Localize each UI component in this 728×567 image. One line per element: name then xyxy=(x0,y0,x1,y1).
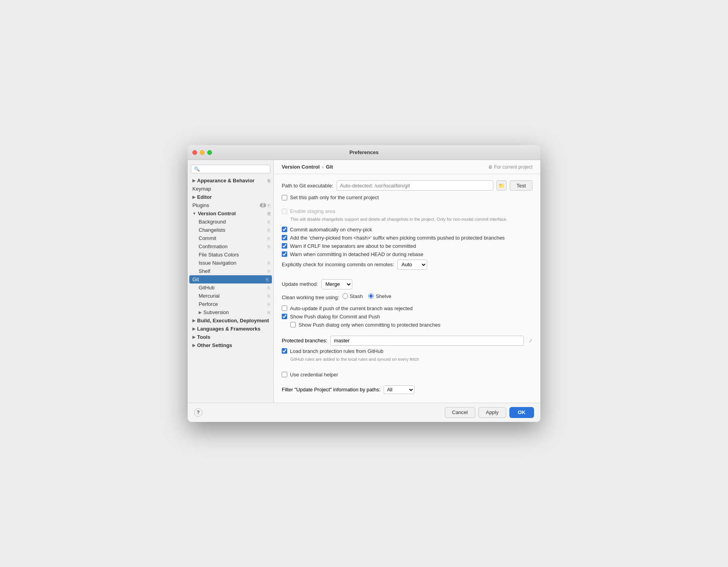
test-button[interactable]: Test xyxy=(510,180,532,191)
check-incoming-select[interactable]: Auto Always Never xyxy=(397,260,427,270)
breadcrumb-current: Git xyxy=(326,164,333,170)
protected-branches-label: Protected branches: xyxy=(282,338,327,343)
enable-staging-checkbox[interactable] xyxy=(282,209,287,214)
chevron-right-icon: ▶ xyxy=(192,318,196,323)
add-suffix-checkbox[interactable] xyxy=(282,235,287,240)
help-button[interactable]: ? xyxy=(194,408,203,417)
for-current-project: 🖥 For current project xyxy=(488,164,532,170)
chevron-right-icon: ▶ xyxy=(192,343,196,347)
minimize-button[interactable] xyxy=(200,150,205,155)
maximize-button[interactable] xyxy=(207,150,212,155)
copy-icon: ⎘ xyxy=(268,178,270,183)
traffic-lights xyxy=(192,150,212,155)
sidebar-item-plugins[interactable]: Plugins 2 ⎘ xyxy=(188,201,273,209)
sidebar-item-file-status-colors[interactable]: File Status Colors xyxy=(188,251,273,259)
sidebar-item-issue-navigation[interactable]: Issue Navigation ⎘ xyxy=(188,259,273,267)
load-protection-label: Load branch protection rules from GitHub xyxy=(290,348,383,354)
load-protection-subtext: GitHub rules are added to the local rule… xyxy=(290,356,532,362)
load-protection-row: Load branch protection rules from GitHub xyxy=(282,348,532,354)
sidebar-item-keymap[interactable]: Keymap xyxy=(188,185,273,193)
bottom-bar: ? Cancel Apply OK xyxy=(188,403,540,422)
sidebar-item-perforce[interactable]: Perforce ⎘ xyxy=(188,300,273,308)
sidebar-item-label: GitHub xyxy=(199,285,214,291)
commit-cherry-pick-checkbox[interactable] xyxy=(282,227,287,232)
sidebar-item-appearance[interactable]: ▶ Appearance & Behavior ⎘ xyxy=(188,176,273,185)
sidebar-item-github[interactable]: GitHub ⎘ xyxy=(188,284,273,292)
update-method-row: Update method: Merge Rebase xyxy=(282,279,532,289)
copy-icon: ⎘ xyxy=(268,310,270,315)
preferences-window: Preferences 🔍 ▶ Appearance & Behavior ⎘ … xyxy=(188,145,540,422)
breadcrumb-separator: › xyxy=(322,164,324,170)
sidebar-item-languages[interactable]: ▶ Languages & Frameworks xyxy=(188,325,273,333)
sidebar-item-other-settings[interactable]: ▶ Other Settings xyxy=(188,341,273,349)
sidebar-item-label: Plugins xyxy=(192,202,209,208)
browse-button[interactable]: 📁 xyxy=(496,180,507,191)
panel-body: Path to Git executable: 📁 Test Set this … xyxy=(274,174,540,403)
auto-update-row: Auto-update if push of the current branc… xyxy=(282,305,532,311)
protected-branches-row: Protected branches: ⤢ xyxy=(282,336,532,346)
sidebar-item-label: Appearance & Behavior xyxy=(197,178,255,184)
sidebar-item-label: Version Control xyxy=(198,211,236,216)
sidebar-item-label: Languages & Frameworks xyxy=(197,326,261,332)
sidebar-item-git[interactable]: Git ⎘ xyxy=(189,275,272,284)
show-push-protected-checkbox[interactable] xyxy=(290,322,296,327)
sidebar-item-subversion[interactable]: ▶ Subversion ⎘ xyxy=(188,308,273,316)
sidebar-item-confirmation[interactable]: Confirmation ⎘ xyxy=(188,242,273,251)
sidebar-item-label: Changelists xyxy=(199,227,225,233)
copy-icon: ⎘ xyxy=(268,285,270,290)
sidebar-item-label: Subversion xyxy=(203,309,229,315)
sidebar-item-editor[interactable]: ▶ Editor xyxy=(188,193,273,201)
path-input[interactable] xyxy=(337,180,494,191)
sidebar-item-background[interactable]: Background ⎘ xyxy=(188,218,273,226)
update-method-select[interactable]: Merge Rebase xyxy=(321,279,352,289)
show-push-dialog-checkbox[interactable] xyxy=(282,314,287,319)
expand-icon[interactable]: ⤢ xyxy=(529,338,532,343)
sidebar-item-label: Other Settings xyxy=(197,342,232,348)
sidebar-item-shelf[interactable]: Shelf ⎘ xyxy=(188,267,273,275)
apply-button[interactable]: Apply xyxy=(478,407,506,418)
filter-select[interactable]: All Changed None xyxy=(384,385,415,394)
sidebar-item-label: Tools xyxy=(197,334,210,340)
use-credential-checkbox[interactable] xyxy=(282,372,287,377)
cancel-button[interactable]: Cancel xyxy=(445,407,475,418)
sidebar-item-label: Build, Execution, Deployment xyxy=(197,318,269,323)
close-button[interactable] xyxy=(192,150,197,155)
copy-icon: ⎘ xyxy=(268,203,270,208)
ok-button[interactable]: OK xyxy=(509,407,534,418)
plugins-badge: 2 xyxy=(260,203,266,207)
set-path-only-checkbox[interactable] xyxy=(282,195,287,200)
sidebar-item-changelists[interactable]: Changelists ⎘ xyxy=(188,226,273,234)
filter-label: Filter "Update Project" information by p… xyxy=(282,387,380,393)
enable-staging-label: Enable staging area xyxy=(290,208,335,214)
shelve-radio[interactable] xyxy=(368,293,374,299)
sidebar-item-mercurial[interactable]: Mercurial ⎘ xyxy=(188,292,273,300)
copy-icon: ⎘ xyxy=(268,211,270,216)
sidebar-item-label: Git xyxy=(192,276,199,282)
sidebar-item-tools[interactable]: ▶ Tools xyxy=(188,333,273,341)
chevron-right-icon: ▶ xyxy=(199,310,202,314)
search-box[interactable]: 🔍 xyxy=(191,165,270,173)
copy-icon: ⎘ xyxy=(268,261,270,265)
copy-icon: ⎘ xyxy=(268,269,270,274)
auto-update-checkbox[interactable] xyxy=(282,305,287,311)
stash-radio[interactable] xyxy=(342,293,348,299)
load-protection-checkbox[interactable] xyxy=(282,348,287,354)
sidebar-item-label: Commit xyxy=(199,235,216,241)
copy-icon: ⎘ xyxy=(268,302,270,307)
set-path-only-label: Set this path only for the current proje… xyxy=(290,194,379,200)
auto-update-label: Auto-update if push of the current branc… xyxy=(290,305,413,311)
for-current-project-label: For current project xyxy=(494,164,532,170)
shelve-label: Shelve xyxy=(376,293,391,299)
sidebar-item-commit[interactable]: Commit ⎘ xyxy=(188,234,273,242)
sidebar-item-version-control[interactable]: ▼ Version Control ⎘ xyxy=(188,209,273,218)
warn-crlf-checkbox[interactable] xyxy=(282,243,287,249)
warn-detached-checkbox[interactable] xyxy=(282,251,287,257)
sidebar-item-build[interactable]: ▶ Build, Execution, Deployment xyxy=(188,316,273,325)
stash-option: Stash xyxy=(342,293,363,299)
search-input[interactable] xyxy=(202,166,267,172)
clean-working-row: Clean working tree using: Stash Shelve xyxy=(282,293,532,302)
protected-branches-input[interactable] xyxy=(330,336,524,346)
commit-cherry-pick-row: Commit automatically on cherry-pick xyxy=(282,227,532,233)
show-push-dialog-row: Show Push dialog for Commit and Push xyxy=(282,314,532,320)
chevron-right-icon: ▶ xyxy=(192,335,196,339)
